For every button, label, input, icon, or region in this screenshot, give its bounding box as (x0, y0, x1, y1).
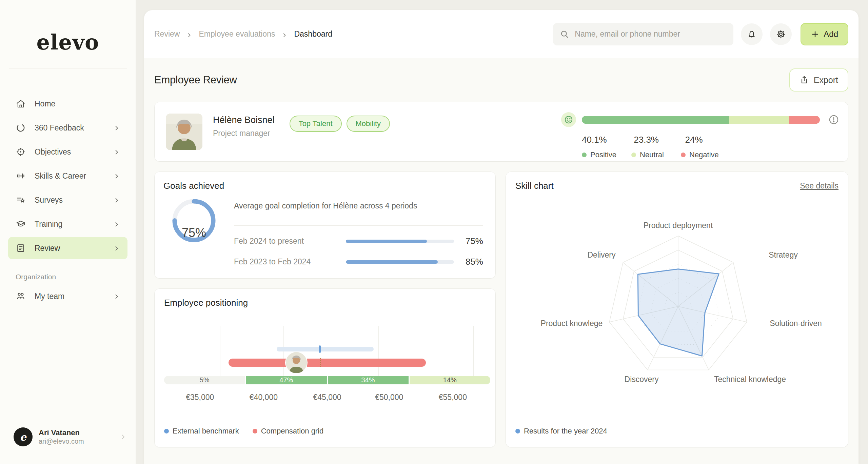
sidebar-item-label: 360 Feedback (35, 123, 84, 133)
sentiment-legend: Positive Neutral Negative (582, 150, 839, 159)
gridline (252, 326, 252, 376)
home-icon (16, 99, 26, 109)
chevron-right-icon (119, 433, 127, 441)
breadcrumb-dashboard: Dashboard (294, 29, 332, 39)
salary-axis-label: €40,000 (250, 393, 278, 402)
sentiment-percents: 40.1% 23.3% 24% (582, 135, 839, 145)
export-button[interactable]: Export (789, 68, 848, 92)
sidebar-item-review[interactable]: Review (8, 237, 127, 259)
smiley-icon (561, 112, 576, 127)
add-button-label: Add (824, 29, 838, 39)
legend-item-positive: Positive (582, 150, 631, 159)
external-benchmark-bar (277, 347, 374, 351)
legend-label: Compensation grid (261, 427, 324, 436)
tag-mobility[interactable]: Mobility (347, 116, 390, 132)
gridline (410, 326, 410, 376)
radar-axis-label: Product knowlege (541, 319, 603, 328)
skill-card-header: Skill chart See details (515, 181, 839, 191)
goal-progress-track (346, 240, 454, 243)
sidebar-org-nav: My team (8, 285, 127, 307)
user-info: Ari Vatanen ari@elevo.com (39, 428, 84, 445)
radar-axis-label: Strategy (769, 250, 798, 260)
sidebar-item-360-feedback[interactable]: 360 Feedback (8, 117, 127, 139)
sidebar-item-skills-career[interactable]: Skills & Career (8, 165, 127, 187)
user-avatar-letter: e (20, 431, 26, 443)
radar-axis-label: Delivery (587, 250, 615, 260)
neutral-percent: 23.3% (634, 135, 683, 145)
legend-label: Results for the year 2024 (524, 427, 607, 436)
employee-identity: Hélène Boisnel Project manager (213, 114, 275, 138)
benchmark-dot (164, 429, 169, 433)
goal-period-label: Feb 2023 to Feb 2024 (234, 257, 346, 266)
skill-legend: Results for the year 2024 (515, 427, 621, 436)
skill-card-title: Skill chart (515, 181, 554, 191)
positioning-card-title: Employee positioning (164, 298, 490, 308)
settings-button[interactable] (770, 23, 792, 45)
sentiment-bar (582, 116, 820, 124)
radar-chart (593, 222, 763, 391)
salary-band-bar: 5%47%34%14% (164, 376, 490, 384)
goal-progress-track (346, 260, 454, 264)
employee-photo (166, 114, 202, 150)
legend-label: Negative (689, 150, 719, 159)
legend-item-negative: Negative (681, 150, 730, 159)
radar-axis-label: Technical knowledge (714, 375, 786, 384)
team-icon (16, 291, 26, 301)
salary-axis-label: €55,000 (439, 393, 467, 402)
bell-icon (747, 29, 757, 39)
notifications-button[interactable] (741, 23, 763, 45)
goal-period-value: 85% (454, 257, 483, 267)
gridline (220, 326, 220, 376)
sidebar-item-home[interactable]: Home (8, 93, 127, 115)
radar-axis-label: Discovery (625, 375, 659, 384)
employee-role: Project manager (213, 129, 275, 138)
user-avatar: e (14, 427, 33, 446)
sidebar-divider (9, 68, 127, 68)
chevron-right-icon (113, 148, 120, 155)
chevron-right-icon (113, 197, 120, 203)
main-content: Review Employee evaluations Dashboard (144, 10, 859, 464)
employee-position-avatar[interactable] (286, 352, 307, 373)
search-input[interactable] (575, 29, 724, 39)
target-icon (16, 147, 26, 157)
breadcrumb-employee-evaluations[interactable]: Employee evaluations (199, 29, 275, 39)
app-root: elevo Home 360 Feedback (0, 0, 868, 464)
goal-average-value: 75% (182, 226, 206, 240)
legend-item-compensation-grid: Compensation grid (253, 427, 324, 436)
sidebar-item-my-team[interactable]: My team (8, 285, 127, 307)
salary-band-segment: 47% (245, 376, 327, 384)
tag-top-talent[interactable]: Top Talent (290, 116, 342, 132)
info-icon[interactable] (828, 114, 839, 125)
goals-content: 75% Average goal completion for Hélène a… (163, 199, 487, 267)
brand-logo: elevo (0, 0, 136, 55)
chevron-right-icon (281, 31, 288, 37)
goal-progress-fill (346, 260, 438, 264)
export-icon (800, 75, 809, 85)
compensation-marker (320, 358, 321, 367)
sidebar-user-menu[interactable]: e Ari Vatanen ari@elevo.com (14, 427, 127, 446)
negative-percent: 24% (685, 135, 703, 145)
sidebar-item-label: Training (35, 220, 62, 229)
chevron-right-icon (186, 31, 192, 37)
search-box (553, 23, 733, 45)
sentiment-segment (789, 116, 820, 124)
goal-period-row: Feb 2023 to Feb 2024 85% (234, 257, 483, 267)
goals-subtitle: Average goal completion for Hélène acros… (234, 201, 483, 210)
salary-axis-label: €35,000 (186, 393, 214, 402)
sidebar-item-objectives[interactable]: Objectives (8, 141, 127, 163)
chevron-right-icon (113, 173, 120, 179)
goals-detail: Average goal completion for Hélène acros… (224, 199, 487, 267)
breadcrumb-review[interactable]: Review (154, 29, 180, 39)
chevron-right-icon (113, 245, 120, 251)
sidebar-item-surveys[interactable]: Surveys (8, 189, 127, 211)
salary-axis-label: €50,000 (375, 393, 403, 402)
top-bar: Review Employee evaluations Dashboard (144, 10, 859, 58)
see-details-link[interactable]: See details (800, 181, 839, 190)
benchmark-marker (319, 345, 321, 353)
sidebar-item-training[interactable]: Training (8, 213, 127, 235)
page-header: Employee Review Export (154, 58, 848, 102)
add-button[interactable]: Add (801, 23, 848, 45)
goals-achieved-card: Goals achieved 75% Average goal comple (154, 172, 496, 279)
goal-period-row: Feb 2024 to present 75% (234, 236, 483, 246)
positive-dot (582, 153, 587, 157)
